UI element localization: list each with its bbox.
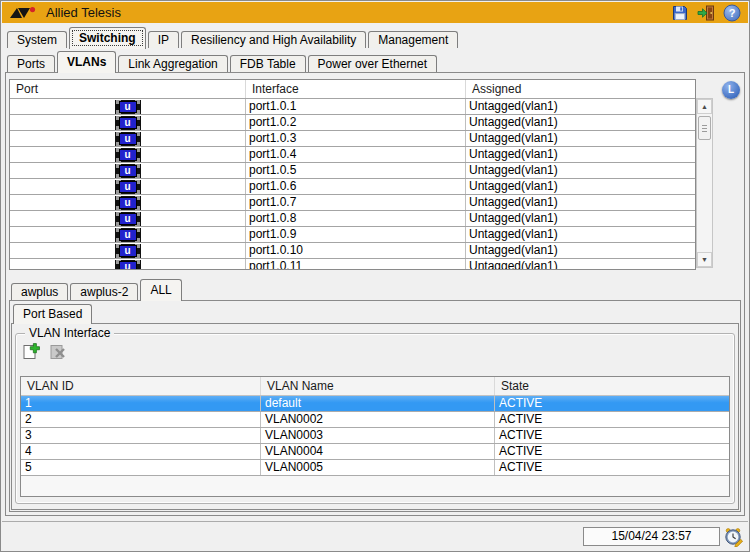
port-table-scroll-column: ▲ ▼ [696,79,713,270]
interface-cell: port1.0.8 [246,211,466,226]
scrollbar-spacer [696,79,713,98]
vlan-view-tabstrip: Port Based [13,303,740,323]
tab-link-aggregation[interactable]: Link Aggregation [118,55,227,72]
tab-power-over-ethernet[interactable]: Power over Ethernet [308,55,437,72]
interface-cell: port1.0.5 [246,163,466,178]
port-row-port1-0-4[interactable]: uport1.0.4Untagged(vlan1) [10,147,695,163]
port-row-port1-0-6[interactable]: uport1.0.6Untagged(vlan1) [10,179,695,195]
tab-all[interactable]: ALL [140,279,181,301]
vlan-name-cell: default [261,396,495,411]
assigned-cell: Untagged(vlan1) [466,243,695,258]
vlan-row-5[interactable]: 5VLAN0005ACTIVE [21,460,729,476]
assigned-cell: Untagged(vlan1) [466,99,695,114]
port-row-port1-0-5[interactable]: uport1.0.5Untagged(vlan1) [10,163,695,179]
interface-cell: port1.0.3 [246,131,466,146]
vlan-id-cell: 2 [21,412,261,427]
port-table: PortInterfaceAssigned uport1.0.1Untagged… [9,79,696,270]
tab-vlans[interactable]: VLANs [57,51,116,73]
vlan-id-cell: 5 [21,460,261,475]
vlan-table: VLAN IDVLAN NameState 1defaultACTIVE2VLA… [20,376,730,497]
interface-cell: port1.0.7 [246,195,466,210]
untagged-port-icon: u [115,212,141,226]
port-row-port1-0-3[interactable]: uport1.0.3Untagged(vlan1) [10,131,695,147]
scroll-down-icon[interactable]: ▼ [697,252,712,267]
vlan-toolbar [21,341,68,362]
add-vlan-icon[interactable] [21,341,42,362]
statusbar: 15/04/24 23:57 [2,521,748,550]
scrollbar-track[interactable] [697,142,712,252]
logout-door-icon[interactable] [697,4,715,22]
vlans-panel: PortInterfaceAssigned uport1.0.1Untagged… [5,72,745,516]
untagged-port-icon: u [115,196,141,210]
port-cell: u [10,163,246,178]
vlan-table-body: 1defaultACTIVE2VLAN0002ACTIVE3VLAN0003AC… [21,396,729,476]
untagged-port-icon: u [115,228,141,242]
port-cell: u [10,131,246,146]
vlan-id-cell: 3 [21,428,261,443]
device-tabstrip: awplusawplus-2ALL [11,278,741,300]
interface-cell: port1.0.9 [246,227,466,242]
vlan-id-cell: 4 [21,444,261,459]
vlan-row-4[interactable]: 4VLAN0004ACTIVE [21,444,729,460]
set-time-clock-icon[interactable] [723,526,745,548]
groupbox-title: VLAN Interface [25,326,114,340]
port-assignment-area: PortInterfaceAssigned uport1.0.1Untagged… [9,79,713,270]
assigned-cell: Untagged(vlan1) [466,211,695,226]
column-header-assigned: Assigned [466,80,695,98]
untagged-port-icon: u [115,100,141,114]
tab-fdb-table[interactable]: FDB Table [230,55,306,72]
legend-button[interactable]: L [722,81,740,99]
port-based-panel: VLAN Interface [11,323,739,510]
port-cell: u [10,259,246,269]
help-icon[interactable]: ? [723,4,741,22]
column-header-state: State [495,377,729,395]
port-cell: u [10,243,246,258]
vlan-state-cell: ACTIVE [495,444,729,459]
tab-ports[interactable]: Ports [7,55,55,72]
vlan-table-header: VLAN IDVLAN NameState [21,377,729,396]
assigned-cell: Untagged(vlan1) [466,147,695,162]
vlan-row-3[interactable]: 3VLAN0003ACTIVE [21,428,729,444]
vlan-name-cell: VLAN0005 [261,460,495,475]
delete-vlan-icon [47,341,68,362]
interface-cell: port1.0.2 [246,115,466,130]
vlan-state-cell: ACTIVE [495,460,729,475]
tab-ip[interactable]: IP [148,31,179,48]
vlan-id-cell: 1 [21,396,261,411]
allied-telesis-logo [9,6,39,20]
port-row-port1-0-8[interactable]: uport1.0.8Untagged(vlan1) [10,211,695,227]
save-icon[interactable] [671,4,689,22]
tab-awplus[interactable]: awplus [11,283,68,300]
tab-system[interactable]: System [7,31,67,48]
column-header-vlan-name: VLAN Name [261,377,495,395]
port-row-port1-0-11[interactable]: uport1.0.11Untagged(vlan1) [10,259,695,269]
column-header-interface: Interface [246,80,466,98]
vlan-row-1[interactable]: 1defaultACTIVE [21,396,729,412]
interface-cell: port1.0.4 [246,147,466,162]
port-row-port1-0-1[interactable]: uport1.0.1Untagged(vlan1) [10,99,695,115]
tab-port-based[interactable]: Port Based [13,304,92,324]
untagged-port-icon: u [115,180,141,194]
port-row-port1-0-10[interactable]: uport1.0.10Untagged(vlan1) [10,243,695,259]
port-row-port1-0-7[interactable]: uport1.0.7Untagged(vlan1) [10,195,695,211]
port-row-port1-0-9[interactable]: uport1.0.9Untagged(vlan1) [10,227,695,243]
assigned-cell: Untagged(vlan1) [466,195,695,210]
scrollbar-thumb[interactable] [698,116,711,140]
vlan-interface-groupbox: VLAN Interface [15,333,735,504]
column-header-port: Port [10,80,246,98]
scroll-up-icon[interactable]: ▲ [697,99,712,114]
application-window: Allied Telesis [0,0,750,552]
port-table-scrollbar[interactable]: ▲ ▼ [696,98,713,268]
port-cell: u [10,211,246,226]
tab-switching[interactable]: Switching [69,27,146,49]
tab-management[interactable]: Management [368,31,458,48]
untagged-port-icon: u [115,260,141,270]
tab-resiliency-and-high-availability[interactable]: Resiliency and High Availability [181,31,366,48]
assigned-cell: Untagged(vlan1) [466,163,695,178]
vlan-state-cell: ACTIVE [495,428,729,443]
vlan-row-2[interactable]: 2VLAN0002ACTIVE [21,412,729,428]
main-tabstrip: SystemSwitchingIPResiliency and High Ava… [7,26,743,48]
titlebar: Allied Telesis [2,2,748,23]
port-row-port1-0-2[interactable]: uport1.0.2Untagged(vlan1) [10,115,695,131]
tab-awplus-2[interactable]: awplus-2 [70,283,138,300]
